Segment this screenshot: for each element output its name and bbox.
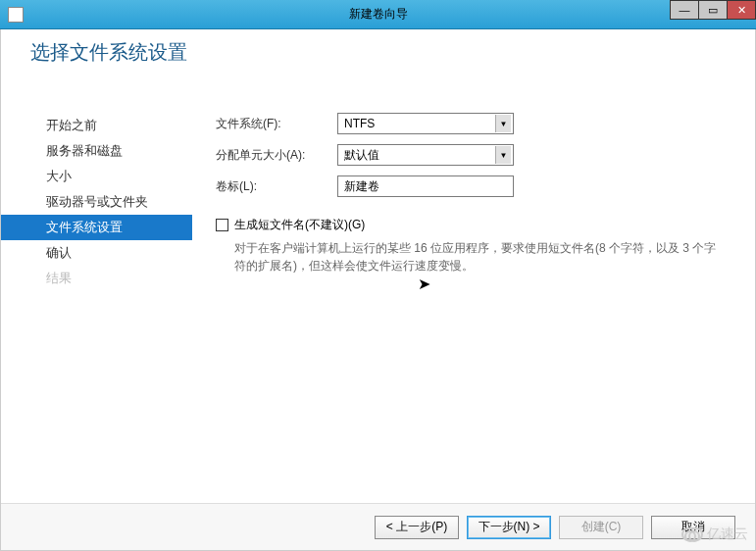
filesystem-label: 文件系统(F): — [216, 116, 337, 132]
chevron-down-icon: ▼ — [495, 115, 511, 132]
close-button[interactable]: ✕ — [727, 0, 756, 20]
chevron-down-icon: ▼ — [495, 146, 511, 164]
previous-button[interactable]: < 上一步(P) — [375, 516, 459, 539]
volume-label-input[interactable] — [337, 175, 514, 197]
watermark: 亿速云 — [681, 526, 748, 543]
window-controls: — ▭ ✕ — [671, 0, 756, 20]
filesystem-value: NTFS — [344, 117, 375, 130]
watermark-text: 亿速云 — [707, 526, 748, 543]
sidebar-step-before-begin[interactable]: 开始之前 — [30, 113, 192, 138]
app-icon — [8, 7, 24, 23]
sidebar-step-size[interactable]: 大小 — [30, 164, 192, 189]
create-button: 创建(C) — [559, 516, 643, 539]
shortnames-checkbox-label: 生成短文件名(不建议)(G) — [234, 217, 365, 233]
wizard-content: 选择文件系统设置 开始之前 服务器和磁盘 大小 驱动器号或文件夹 文件系统设置 … — [0, 29, 756, 551]
sidebar-step-confirm[interactable]: 确认 — [30, 240, 192, 266]
window-title: 新建卷向导 — [349, 6, 408, 23]
allocation-unit-select[interactable]: 默认值 ▼ — [337, 144, 514, 166]
title-bar: 新建卷向导 — ▭ ✕ — [0, 0, 756, 29]
allocation-unit-label: 分配单元大小(A): — [216, 147, 337, 164]
filesystem-select[interactable]: NTFS ▼ — [337, 113, 514, 134]
form-area: 文件系统(F): NTFS ▼ 分配单元大小(A): 默认值 ▼ 卷标(L): — [192, 109, 755, 503]
shortnames-help-text: 对于在客户端计算机上运行的某些 16 位应用程序，要求使用短文件名(8 个字符，… — [234, 239, 726, 275]
watermark-icon — [681, 527, 703, 541]
sidebar-step-drive-letter[interactable]: 驱动器号或文件夹 — [30, 189, 192, 215]
minimize-button[interactable]: — — [670, 0, 699, 20]
wizard-steps-sidebar: 开始之前 服务器和磁盘 大小 驱动器号或文件夹 文件系统设置 确认 结果 — [1, 109, 192, 503]
wizard-footer: < 上一步(P) 下一步(N) > 创建(C) 取消 — [1, 503, 755, 550]
page-heading: 选择文件系统设置 — [30, 39, 755, 66]
allocation-unit-value: 默认值 — [344, 147, 379, 164]
sidebar-step-results: 结果 — [30, 266, 192, 291]
sidebar-step-server-disk[interactable]: 服务器和磁盘 — [30, 138, 192, 164]
sidebar-step-filesystem-settings[interactable]: 文件系统设置 — [1, 215, 192, 240]
volume-label-label: 卷标(L): — [216, 178, 337, 195]
next-button[interactable]: 下一步(N) > — [467, 516, 551, 539]
shortnames-checkbox[interactable] — [216, 219, 228, 231]
maximize-button[interactable]: ▭ — [698, 0, 728, 20]
